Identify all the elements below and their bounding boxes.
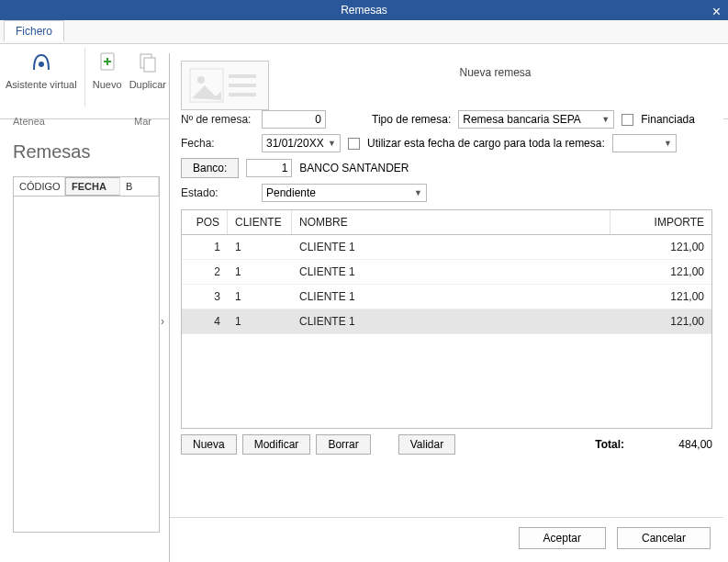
button-validar[interactable]: Validar bbox=[398, 434, 455, 455]
button-nueva[interactable]: Nueva bbox=[181, 434, 237, 455]
svg-point-6 bbox=[197, 76, 205, 84]
label-usar-fecha: Utilizar esta fecha de cargo para toda l… bbox=[367, 137, 605, 150]
input-fecha[interactable]: 31/01/20XX▼ bbox=[262, 134, 341, 152]
dialog-nueva-remesa: Nueva remesa Nº de remesa: Tipo de remes… bbox=[169, 53, 723, 562]
grid-header: POS CLIENTE NOMBRE IMPORTE bbox=[182, 210, 711, 235]
ribbon-asistente[interactable]: Asistente virtual bbox=[6, 48, 77, 90]
label-tipo: Tipo de remesa: bbox=[372, 113, 451, 126]
chevron-down-icon: ▼ bbox=[414, 188, 422, 197]
dialog-title: Nueva remesa bbox=[278, 61, 712, 94]
label-total: Total: bbox=[595, 438, 624, 451]
value-total: 484,00 bbox=[630, 438, 712, 451]
chevron-down-icon: ▼ bbox=[328, 139, 336, 148]
label-estado: Estado: bbox=[181, 186, 254, 199]
chevron-down-icon: ▼ bbox=[664, 139, 672, 148]
col-nombre[interactable]: NOMBRE bbox=[292, 210, 610, 234]
button-modificar[interactable]: Modificar bbox=[242, 434, 311, 455]
select-fecha-cargo[interactable]: ▼ bbox=[612, 134, 677, 152]
svg-point-0 bbox=[39, 62, 44, 67]
close-icon[interactable]: × bbox=[712, 2, 721, 22]
tab-fichero[interactable]: Fichero bbox=[4, 20, 64, 41]
select-tipo[interactable]: Remesa bancaria SEPA▼ bbox=[458, 110, 614, 129]
checkbox-financiada[interactable] bbox=[622, 114, 633, 126]
svg-rect-8 bbox=[229, 84, 256, 87]
new-icon bbox=[93, 48, 122, 77]
col-pos[interactable]: POS bbox=[182, 210, 228, 234]
duplicate-icon bbox=[133, 48, 162, 77]
placeholder-image-icon bbox=[181, 61, 269, 110]
input-numero[interactable] bbox=[262, 110, 326, 129]
button-borrar[interactable]: Borrar bbox=[316, 434, 370, 455]
table-row[interactable]: 41CLIENTE 1121,00 bbox=[182, 309, 711, 334]
window-title: Remesas bbox=[341, 4, 387, 17]
select-estado[interactable]: Pendiente▼ bbox=[262, 184, 427, 202]
ribbon-caption-atenea: Atenea bbox=[13, 116, 45, 127]
chevron-down-icon: ▼ bbox=[601, 115, 610, 124]
col-importe[interactable]: IMPORTE bbox=[610, 210, 711, 234]
table-row[interactable]: 31CLIENTE 1121,00 bbox=[182, 285, 711, 309]
assistant-icon bbox=[27, 48, 56, 77]
ribbon-duplicar[interactable]: Duplicar bbox=[129, 48, 166, 90]
page-title: Remesas bbox=[13, 141, 90, 163]
input-banco-cod[interactable] bbox=[246, 159, 292, 177]
svg-rect-9 bbox=[229, 93, 256, 96]
button-banco[interactable]: Banco: bbox=[181, 158, 239, 178]
checkbox-usar-fecha[interactable] bbox=[348, 138, 360, 150]
svg-rect-3 bbox=[144, 58, 155, 72]
table-row[interactable]: 21CLIENTE 1121,00 bbox=[182, 260, 711, 285]
col-fecha[interactable]: FECHA bbox=[65, 177, 120, 196]
svg-rect-7 bbox=[229, 74, 256, 78]
label-fecha: Fecha: bbox=[181, 137, 254, 150]
col-b[interactable]: B bbox=[120, 177, 159, 196]
table-row[interactable]: 11CLIENTE 1121,00 bbox=[182, 235, 711, 260]
button-aceptar[interactable]: Aceptar bbox=[519, 527, 606, 549]
label-banco-nombre: BANCO SANTANDER bbox=[299, 162, 409, 174]
window-title-bar: Remesas × bbox=[0, 0, 728, 20]
label-financiada: Financiada bbox=[641, 113, 695, 126]
collapse-handle-icon[interactable]: › bbox=[158, 309, 167, 334]
col-codigo[interactable]: CÓDIGO bbox=[14, 177, 65, 196]
col-cliente[interactable]: CLIENTE bbox=[228, 210, 292, 234]
label-numero: Nº de remesa: bbox=[181, 113, 254, 126]
ribbon-nuevo[interactable]: Nuevo bbox=[93, 48, 122, 90]
ribbon-caption-mar: Mar bbox=[134, 116, 151, 127]
grid-remesa: POS CLIENTE NOMBRE IMPORTE 11CLIENTE 112… bbox=[181, 209, 712, 429]
button-cancelar[interactable]: Cancelar bbox=[617, 527, 711, 549]
ribbon-tab-strip: Fichero bbox=[0, 20, 728, 44]
ribbon-duplicar-label: Duplicar bbox=[129, 79, 166, 90]
ribbon-asistente-label: Asistente virtual bbox=[6, 79, 77, 90]
ribbon-nuevo-label: Nuevo bbox=[93, 79, 122, 90]
list-header: CÓDIGO FECHA B bbox=[14, 177, 159, 197]
list-panel: CÓDIGO FECHA B bbox=[13, 176, 160, 533]
